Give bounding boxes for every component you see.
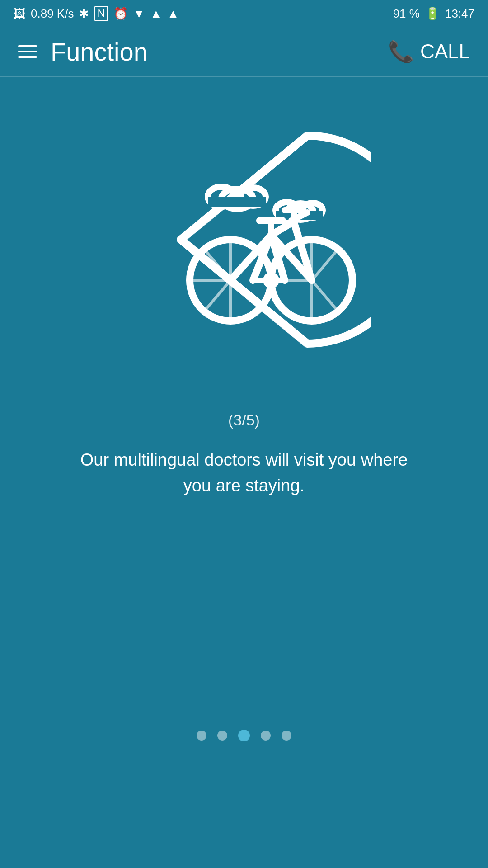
- svg-rect-3: [208, 197, 266, 207]
- description-text: Our multilingual doctors will visit you …: [41, 447, 447, 499]
- call-label: CALL: [420, 40, 470, 63]
- svg-line-28: [206, 280, 230, 310]
- status-left: 🖼 0.89 K/s ✱ N ⏰ ▼ ▲ ▲: [14, 6, 179, 21]
- wifi-icon: ▼: [133, 7, 145, 21]
- status-right: 91 % 🔋 13:47: [393, 7, 474, 21]
- clock: 13:47: [445, 7, 474, 21]
- main-content: (3/5) Our multilingual doctors will visi…: [0, 77, 488, 868]
- call-button[interactable]: 📞 CALL: [388, 39, 470, 64]
- dot-1[interactable]: [197, 731, 206, 741]
- image-icon: 🖼: [14, 7, 25, 21]
- svg-line-34: [312, 280, 337, 310]
- hamburger-line-3: [18, 56, 37, 58]
- pagination-text: (3/5): [228, 411, 260, 429]
- phone-icon: 📞: [388, 39, 414, 64]
- svg-line-32: [312, 251, 337, 280]
- battery-icon: 🔋: [425, 7, 440, 21]
- dot-4[interactable]: [261, 731, 271, 741]
- hamburger-line-1: [18, 45, 37, 47]
- dots-indicator: [197, 730, 291, 741]
- signal-icon: ▲: [150, 7, 162, 21]
- nfc-icon: N: [94, 6, 108, 21]
- dot-5[interactable]: [282, 731, 291, 741]
- hamburger-menu-icon[interactable]: [18, 45, 37, 58]
- app-bar-left: Function: [18, 37, 148, 66]
- battery-percent: 91 %: [393, 7, 420, 21]
- speed-indicator: 0.89 K/s: [31, 7, 74, 21]
- app-bar: Function 📞 CALL: [0, 27, 488, 77]
- dot-2[interactable]: [217, 731, 227, 741]
- alarm-icon: ⏰: [113, 7, 128, 21]
- bluetooth-icon: ✱: [79, 7, 89, 21]
- hamburger-line-2: [18, 51, 37, 52]
- signal-icon-2: ▲: [167, 7, 179, 21]
- hero-illustration: [117, 113, 371, 366]
- app-title: Function: [51, 37, 148, 66]
- status-bar: 🖼 0.89 K/s ✱ N ⏰ ▼ ▲ ▲ 91 % 🔋 13:47: [0, 0, 488, 27]
- dot-3-active[interactable]: [238, 730, 250, 741]
